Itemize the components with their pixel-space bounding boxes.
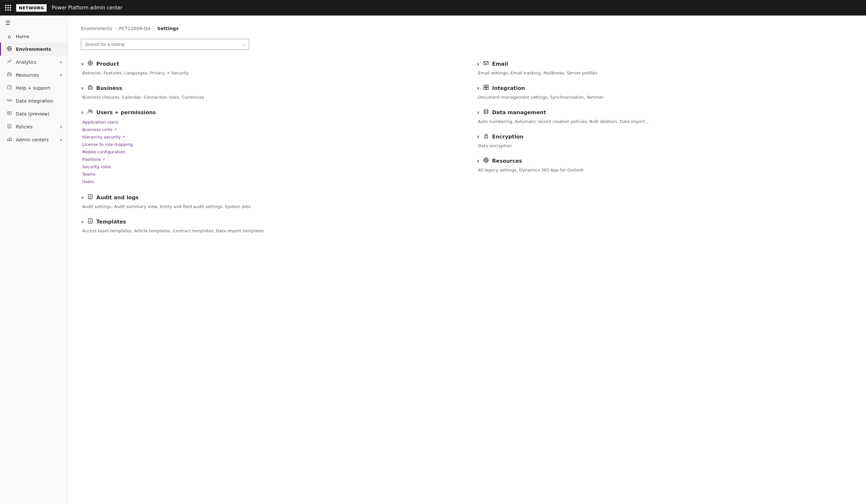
svg-point-21 <box>89 63 91 64</box>
topbar: NETWORG Power Platform admin center <box>0 0 866 15</box>
svg-rect-10 <box>8 112 11 115</box>
users-icon <box>87 109 93 116</box>
section-resources-title: Resources <box>492 158 522 164</box>
svg-rect-39 <box>484 61 488 65</box>
chevron-down-icon: ∨ <box>81 219 84 224</box>
section-encryption-header[interactable]: ∨ Encryption <box>477 133 853 140</box>
environments-icon <box>6 46 13 53</box>
waffle-icon[interactable] <box>5 5 11 11</box>
svg-point-29 <box>91 110 92 112</box>
breadcrumb-env-name[interactable]: PCT22009-QA <box>119 26 151 31</box>
home-icon: ⌂ <box>6 33 13 40</box>
section-encryption-title: Encryption <box>492 134 524 140</box>
link-positions[interactable]: Positions ↗ <box>82 156 457 163</box>
section-templates-header[interactable]: ∨ Templates <box>81 218 457 225</box>
section-email: ∨ Email Email settings, Email tracking, … <box>477 60 853 75</box>
svg-point-7 <box>8 100 9 101</box>
audit-icon <box>87 194 93 201</box>
chevron-up-icon: ∧ <box>81 110 84 115</box>
section-product: ∨ Product <box>81 60 457 75</box>
svg-rect-38 <box>89 220 91 220</box>
resources-icon <box>6 72 13 78</box>
svg-rect-17 <box>8 139 9 141</box>
sidebar-item-help-support[interactable]: ? Help + support <box>0 81 68 94</box>
svg-rect-40 <box>484 85 486 87</box>
sidebar-item-analytics[interactable]: Analytics ∨ <box>0 56 68 69</box>
external-link-icon: ↗ <box>114 127 116 132</box>
svg-rect-43 <box>486 88 488 90</box>
chevron-down-icon: ∨ <box>81 61 84 66</box>
sidebar-item-label: Help + support <box>16 86 50 91</box>
link-hierarchy-security[interactable]: Hierarchy security ↗ <box>82 134 457 140</box>
chevron-down-icon: ∨ <box>59 137 63 142</box>
link-license-role-mapping[interactable]: License to role mapping <box>82 141 457 147</box>
logo: NETWORG <box>16 4 47 12</box>
link-business-units[interactable]: Business units ↗ <box>82 126 457 133</box>
svg-rect-42 <box>484 88 486 90</box>
section-product-header[interactable]: ∨ Product <box>81 60 457 67</box>
search-box[interactable]: ⌄ <box>81 39 249 50</box>
section-integration-title: Integration <box>492 85 525 91</box>
breadcrumb-sep-1: › <box>115 26 116 31</box>
help-icon: ? <box>6 85 13 91</box>
section-encryption-desc: Data encryption <box>477 143 853 148</box>
section-product-desc: Behavior, Features, Languages, Privacy +… <box>81 70 457 75</box>
sidebar-item-label: Data (preview) <box>16 111 49 116</box>
svg-rect-41 <box>486 85 488 87</box>
analytics-icon <box>6 59 13 65</box>
sidebar-item-home[interactable]: ⌂ Home <box>0 30 68 43</box>
link-security-roles[interactable]: Security roles <box>82 164 457 170</box>
link-users[interactable]: Users <box>82 179 457 185</box>
sidebar-item-label: Admin centers <box>16 137 48 142</box>
link-application-users[interactable]: Application users <box>82 119 457 125</box>
encryption-icon <box>483 133 489 140</box>
section-encryption: ∨ Encryption Data encryption <box>477 133 853 148</box>
external-link-icon: ↗ <box>102 157 105 161</box>
sidebar-item-label: Data integration <box>16 98 53 103</box>
integration-icon <box>483 85 489 91</box>
section-data-management-header[interactable]: ∨ Data management <box>477 109 853 116</box>
sidebar-item-label: Resources <box>16 72 39 78</box>
section-business-title: Business <box>97 85 122 91</box>
sidebar-item-policies[interactable]: Policies ∨ <box>0 120 68 133</box>
main-content: Environments › PCT22009-QA › Settings ⌄ … <box>68 15 866 504</box>
link-mobile-configuration[interactable]: Mobile configuration <box>82 149 457 155</box>
sidebar-item-admin-centers[interactable]: Admin centers ∨ <box>0 133 68 146</box>
svg-point-46 <box>486 136 486 137</box>
dropdown-icon: ⌄ <box>242 42 245 47</box>
section-users-title: Users + permissions <box>97 109 156 115</box>
section-email-desc: Email settings, Email tracking, Mailboxe… <box>477 70 853 75</box>
chevron-down-icon: ∨ <box>477 86 480 91</box>
svg-text:?: ? <box>9 86 11 89</box>
chevron-down-icon: ∨ <box>59 125 63 129</box>
sidebar-item-resources[interactable]: Resources ∨ <box>0 69 68 81</box>
section-business-desc: Business closures, Calendar, Connection … <box>81 95 457 100</box>
sidebar-toggle[interactable]: ☰ <box>0 15 68 30</box>
breadcrumb-current: Settings <box>157 26 179 31</box>
section-templates-desc: Access team templates, Article templates… <box>81 228 457 233</box>
sidebar-item-environments[interactable]: Environments <box>0 43 68 56</box>
chevron-down-icon: ∨ <box>81 86 84 91</box>
section-integration-header[interactable]: ∨ Integration <box>477 85 853 91</box>
search-input[interactable] <box>85 42 242 47</box>
users-permissions-links: Application users Business units ↗ Hiera… <box>81 119 457 185</box>
section-audit-header[interactable]: ∨ Audit and logs <box>81 194 457 201</box>
svg-point-8 <box>10 100 12 101</box>
sidebar-item-data-preview[interactable]: Data (preview) <box>0 108 68 120</box>
breadcrumb-environments[interactable]: Environments <box>81 26 112 31</box>
section-integration-desc: Document management settings, Synchroniz… <box>477 95 853 100</box>
section-users-header[interactable]: ∧ Users + permissions <box>81 109 457 116</box>
section-email-header[interactable]: ∨ Email <box>477 60 853 67</box>
svg-rect-30 <box>88 194 92 199</box>
sidebar-item-data-integration[interactable]: Data integration <box>0 94 68 108</box>
section-users-permissions: ∧ Users + permissions Applicat <box>81 109 457 185</box>
chevron-down-icon: ∨ <box>477 134 480 139</box>
link-teams[interactable]: Teams <box>82 171 457 177</box>
section-templates: ∨ Templates Access team te <box>81 218 457 233</box>
section-audit-desc: Audit settings, Audit summary view, Enti… <box>81 204 457 209</box>
section-resources-header[interactable]: ∨ Resources <box>477 157 853 164</box>
right-column: ∨ Email Email settings, Email tracking, … <box>477 60 853 242</box>
section-business-header[interactable]: ∨ Business <box>81 85 457 91</box>
data-management-icon <box>483 109 489 116</box>
email-icon <box>483 60 489 67</box>
